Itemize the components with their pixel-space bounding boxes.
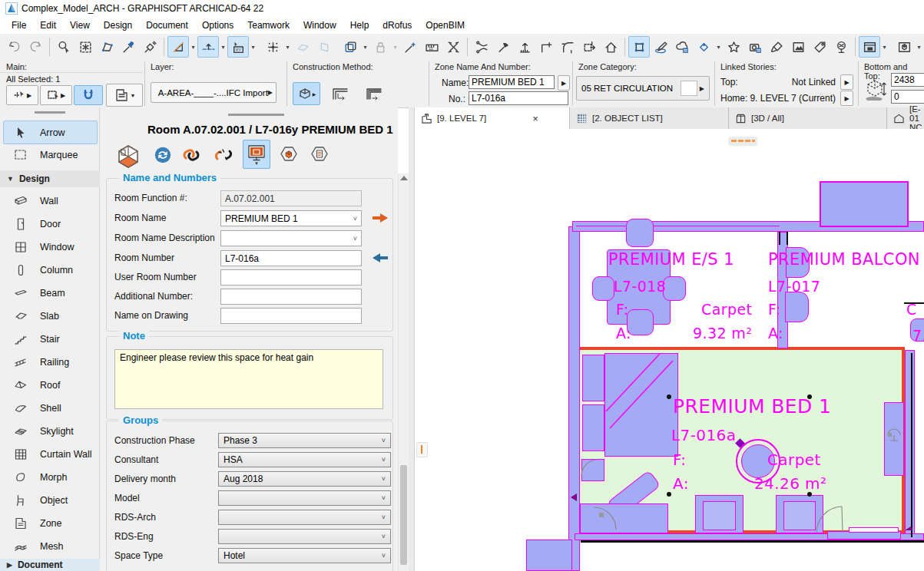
tool-slab[interactable]: Slab bbox=[3, 304, 98, 328]
menu-document[interactable]: Document bbox=[139, 18, 195, 33]
user-room-number-field[interactable] bbox=[220, 269, 362, 286]
zone-category-button[interactable]: 05 RET CIRCULATION ▶ bbox=[576, 76, 710, 101]
zone-name-input[interactable] bbox=[469, 75, 555, 89]
cabinet[interactable] bbox=[581, 459, 604, 481]
tool-zone[interactable]: Zone bbox=[3, 511, 98, 535]
rotate-element-dropdown[interactable]: ▾ bbox=[714, 44, 723, 51]
tool-object[interactable]: Object bbox=[3, 488, 98, 512]
redo-icon[interactable] bbox=[25, 36, 46, 58]
extrude-icon[interactable] bbox=[514, 36, 535, 58]
panel-grip[interactable] bbox=[228, 114, 284, 116]
construction-method-box-button[interactable]: ▶ bbox=[293, 82, 320, 105]
find-select-icon[interactable] bbox=[53, 36, 75, 58]
tool-curtain-wall[interactable]: Curtain Wall bbox=[3, 442, 98, 466]
tool-window[interactable]: Window bbox=[3, 235, 98, 259]
wall-left[interactable] bbox=[568, 226, 580, 571]
tab-elevation[interactable]: [E-01 NC bbox=[887, 107, 924, 129]
edit-polygon-icon[interactable] bbox=[96, 36, 118, 58]
wall-right-band[interactable] bbox=[905, 350, 915, 537]
marquee-star-icon[interactable] bbox=[75, 36, 96, 58]
preview-icon[interactable] bbox=[787, 36, 809, 58]
edit-selection-icon[interactable] bbox=[628, 36, 650, 58]
open-datasheet-button[interactable] bbox=[307, 143, 332, 167]
tab-3d-all[interactable]: [3D / All] bbox=[729, 107, 887, 129]
name-on-drawing-field[interactable] bbox=[220, 308, 362, 324]
toolbox-section-document[interactable]: ▶Document bbox=[0, 559, 100, 571]
fit-selection-icon[interactable] bbox=[442, 36, 464, 58]
magnet-button[interactable] bbox=[74, 85, 103, 105]
tool-mesh[interactable]: Mesh bbox=[3, 534, 98, 558]
home-story-picker-button[interactable]: ▶ bbox=[840, 91, 853, 106]
split-icon[interactable] bbox=[471, 36, 492, 58]
menu-edit[interactable]: Edit bbox=[33, 18, 63, 33]
tab-level-7[interactable]: [9. LEVEL 7] × bbox=[415, 107, 570, 129]
parameter-wand-icon[interactable] bbox=[399, 36, 421, 58]
coordinates-dropdown[interactable]: ▾ bbox=[249, 44, 257, 51]
tab-object-list[interactable]: [2. OBJECT LIST] bbox=[570, 107, 729, 129]
snap-guides-dropdown[interactable]: ▾ bbox=[219, 44, 227, 51]
zone-top-height-input[interactable] bbox=[891, 73, 924, 87]
landscape-icon[interactable] bbox=[830, 36, 852, 58]
toolbox-section-design[interactable]: ▼Design bbox=[0, 170, 100, 187]
rebuild-icon[interactable] bbox=[766, 36, 787, 58]
push-to-drofus-arrow-icon[interactable] bbox=[371, 213, 389, 223]
balcony-slab-corner[interactable] bbox=[526, 540, 572, 571]
snap-points-icon[interactable] bbox=[262, 36, 283, 58]
panel-splitter[interactable] bbox=[409, 107, 415, 571]
menu-view[interactable]: View bbox=[63, 18, 97, 33]
tool-column[interactable]: Column bbox=[3, 258, 98, 282]
corner-extend-icon[interactable] bbox=[535, 36, 557, 58]
menu-file[interactable]: File bbox=[5, 18, 33, 33]
top-link-picker-button[interactable]: ▶ bbox=[840, 74, 853, 90]
layer-button[interactable]: A-AREA-____-....IFC Import ▶ bbox=[151, 82, 277, 103]
tool-stair[interactable]: Stair bbox=[3, 327, 98, 351]
menu-help[interactable]: Help bbox=[343, 18, 376, 33]
zone-name-picker-button[interactable]: ▶ bbox=[558, 75, 570, 91]
favorites-icon[interactable] bbox=[723, 36, 744, 58]
menu-options[interactable]: Options bbox=[195, 18, 240, 33]
model-select[interactable]: ˅ bbox=[218, 490, 391, 506]
markup-cloud-icon[interactable] bbox=[671, 36, 693, 58]
tool-shell[interactable]: Shell bbox=[3, 396, 98, 420]
rotate-element-icon[interactable] bbox=[693, 36, 714, 58]
undo-icon[interactable] bbox=[3, 36, 25, 58]
pull-from-drofus-arrow-icon[interactable] bbox=[371, 252, 389, 263]
menu-teamwork[interactable]: Teamwork bbox=[240, 18, 296, 33]
window-sill[interactable] bbox=[849, 527, 899, 533]
armchair[interactable] bbox=[776, 495, 823, 533]
snap-guides-icon[interactable] bbox=[197, 36, 219, 58]
construction-method-inner-button[interactable] bbox=[326, 82, 355, 105]
chair[interactable] bbox=[626, 219, 654, 247]
home-story-icon[interactable] bbox=[600, 36, 621, 58]
zone-bottom-height-input[interactable] bbox=[891, 90, 924, 104]
3d-window-dropdown[interactable]: ▾ bbox=[915, 44, 923, 51]
rds-arch-select[interactable]: ˅ bbox=[218, 510, 391, 525]
space-type-select[interactable]: Hotel˅ bbox=[218, 548, 391, 563]
snap-points-dropdown[interactable]: ▾ bbox=[283, 44, 292, 51]
chair[interactable] bbox=[592, 276, 614, 301]
tool-door[interactable]: Door bbox=[3, 212, 98, 236]
trace-reference-dropdown[interactable]: ▾ bbox=[361, 44, 369, 51]
pick-up-parameters-icon[interactable] bbox=[118, 36, 139, 58]
menu-design[interactable]: Design bbox=[97, 18, 139, 33]
wardrobe[interactable] bbox=[582, 404, 604, 451]
floorplan-canvas[interactable]: PREMIUM E/S 1 L7-018 F: Carpet A: 9.32 m… bbox=[415, 129, 924, 571]
adjust-icon[interactable] bbox=[492, 36, 514, 58]
scroll-up-icon[interactable] bbox=[400, 176, 408, 180]
guide-lines-dropdown[interactable]: ▾ bbox=[189, 44, 197, 51]
tool-arrow[interactable]: Arrow bbox=[3, 120, 98, 144]
resize-icon[interactable] bbox=[578, 36, 600, 58]
bed[interactable] bbox=[604, 353, 678, 457]
menu-drofus[interactable]: dRofus bbox=[376, 18, 419, 33]
construction-phase-select[interactable]: Phase 3˅ bbox=[218, 433, 391, 448]
tool-morph[interactable]: Morph bbox=[3, 465, 98, 489]
tool-beam[interactable]: Beam bbox=[3, 281, 98, 305]
wardrobe[interactable] bbox=[582, 355, 604, 401]
3d-window-icon[interactable] bbox=[893, 36, 915, 58]
chair[interactable] bbox=[663, 276, 686, 301]
floorplan-window-icon[interactable] bbox=[859, 36, 880, 58]
tool-roof[interactable]: Roof bbox=[3, 373, 98, 397]
tool-wall[interactable]: Wall bbox=[3, 189, 98, 213]
fillet-icon[interactable] bbox=[557, 36, 578, 58]
room-name-select[interactable]: PREMIUM BED 1˅ bbox=[220, 210, 362, 226]
